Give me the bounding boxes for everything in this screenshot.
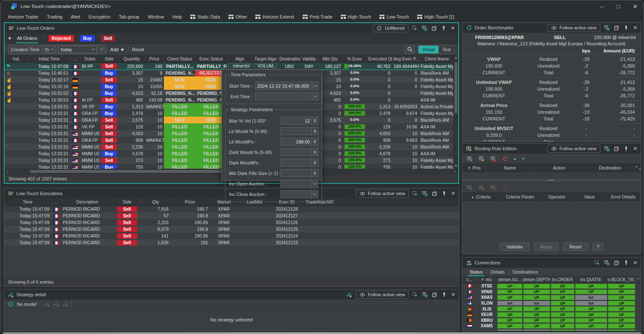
text-toggle[interactable]: Text xyxy=(439,46,454,53)
pin-icon[interactable] xyxy=(623,260,629,266)
execution-row[interactable]: Today 15:47:09PERNOD RICARDSell2,316190.… xyxy=(4,219,459,226)
connection-row[interactable]: XPARUPUPUPUPUP xyxy=(462,289,641,295)
menu-item[interactable]: Help xyxy=(168,13,186,20)
strategy-play-icon[interactable] xyxy=(53,301,59,307)
column-header[interactable]: Side xyxy=(99,55,119,63)
view-settings-icon[interactable] xyxy=(422,292,428,297)
select-view-icon[interactable] xyxy=(595,260,600,266)
tab-sell[interactable]: Sell xyxy=(100,33,116,43)
connections-tab-status[interactable]: Status xyxy=(466,268,486,276)
spinner-icon[interactable] xyxy=(312,138,318,146)
execution-row[interactable]: Today 15:47:09PERNOD RICARDSell57190.8XP… xyxy=(4,212,459,219)
duplicate-view-icon[interactable] xyxy=(614,25,620,31)
move-up-icon[interactable]: ▲ xyxy=(513,157,517,161)
menu-module-item[interactable]: Static Data xyxy=(186,13,224,20)
close-button[interactable]: ✕ xyxy=(627,0,644,12)
column-header[interactable]: Time xyxy=(4,198,51,206)
duplicate-view-icon[interactable] xyxy=(614,146,620,151)
view-settings-icon[interactable] xyxy=(604,146,610,151)
rules-column-header[interactable]: Destination xyxy=(584,164,636,172)
duplicate-view-icon[interactable] xyxy=(431,25,437,31)
apply-button[interactable]: Apply xyxy=(534,243,559,251)
param-input[interactable] xyxy=(280,180,312,188)
follow-active-view-button[interactable]: Follow active view xyxy=(356,291,409,299)
column-header[interactable]: Validity xyxy=(301,55,317,63)
order-row[interactable]: ⚑Today 15:47:08RI FPSell220,900190PARTIA… xyxy=(5,63,455,70)
criteria-column-header[interactable]: Criteria Param xyxy=(499,193,541,201)
move-down-icon[interactable]: ▼ xyxy=(522,157,525,161)
rules-scroll-arrows[interactable]: ⌃⌄ xyxy=(636,164,641,172)
select-view-icon[interactable] xyxy=(412,25,418,31)
select-view-icon[interactable] xyxy=(413,292,418,297)
follow-active-view-button[interactable]: Follow active view xyxy=(547,24,600,32)
rules-table-body[interactable] xyxy=(462,172,641,178)
column-header[interactable]: Ind. xyxy=(5,55,28,63)
follow-active-view-button[interactable]: Follow active view xyxy=(356,190,409,198)
duplicate-view-icon[interactable] xyxy=(432,190,438,196)
column-header[interactable]: Mkt Qty xyxy=(317,55,343,63)
maximize-button[interactable]: □ xyxy=(610,0,627,12)
splitter-handle[interactable]: ••• xyxy=(462,178,641,183)
connection-row[interactable]: XNASUPUPUPNAUP xyxy=(462,295,641,300)
connection-row[interactable]: NANAUPNAUP xyxy=(462,329,641,331)
menu-module-item[interactable]: Post-Trade xyxy=(299,13,337,20)
add-rule-icon[interactable] xyxy=(466,156,473,162)
connection-row[interactable]: XTSEUPUPUPUPUP xyxy=(462,283,641,289)
connections-column-header[interactable]: stream.DEPTH xyxy=(523,277,551,283)
spinner-icon[interactable] xyxy=(312,169,318,177)
connections-column-header[interactable]: trx.ORDER xyxy=(551,277,575,283)
edit-criteria-icon[interactable] xyxy=(478,185,485,190)
add-filter-button[interactable]: Add+ xyxy=(110,46,124,53)
visual-toggle[interactable]: Visual xyxy=(418,46,439,53)
dropdown-icon[interactable] xyxy=(312,180,318,188)
tab-rejected[interactable]: Rejected xyxy=(48,33,75,43)
filter-value-select[interactable]: today xyxy=(58,46,97,53)
strategy-remove-icon[interactable] xyxy=(44,301,49,307)
menu-item[interactable]: Window xyxy=(143,13,168,20)
connections-column-header[interactable]: trx.BLOCK_TR... xyxy=(608,277,636,283)
param-input[interactable] xyxy=(280,159,312,167)
column-header[interactable]: Client Status xyxy=(164,55,195,63)
execution-row[interactable]: Today 15:47:09PERNOD RICARDSell141190.95… xyxy=(4,232,459,239)
column-header[interactable]: Price xyxy=(170,198,210,206)
pin-icon[interactable] xyxy=(441,190,447,196)
column-header[interactable]: Exec Status xyxy=(195,55,227,63)
close-panel-icon[interactable]: ✕ xyxy=(633,25,637,31)
pin-icon[interactable] xyxy=(623,25,629,31)
filter-remove-icon[interactable]: ✕ xyxy=(100,47,104,52)
column-header[interactable]: Quantity xyxy=(119,55,145,63)
menu-item[interactable]: Trading xyxy=(43,13,67,20)
close-panel-icon[interactable]: ✕ xyxy=(451,25,455,31)
spinner-icon[interactable] xyxy=(312,117,318,125)
add-tab-icon[interactable]: + xyxy=(8,35,11,42)
close-panel-icon[interactable]: ✕ xyxy=(633,260,637,266)
connections-column-header[interactable]: ▼mic xyxy=(477,277,497,283)
column-header[interactable]: Target Algo xyxy=(253,55,278,63)
connections-tab-destinations[interactable]: Destinations xyxy=(509,268,542,276)
unfiltered-button[interactable]: Unfiltered xyxy=(373,24,408,32)
column-header[interactable]: Client Name xyxy=(419,55,455,63)
connections-column-header[interactable]: stream.SU... xyxy=(497,277,523,283)
validate-button[interactable]: Validate xyxy=(500,243,530,251)
tab-buy[interactable]: Buy xyxy=(79,33,96,43)
connection-row[interactable]: XEURUPUPUPUPUP xyxy=(462,312,641,318)
end-time-dropdown-icon[interactable] xyxy=(312,92,319,100)
spinner-icon[interactable] xyxy=(312,148,318,156)
view-settings-icon[interactable] xyxy=(604,260,610,266)
param-input[interactable] xyxy=(280,190,312,198)
spinner-icon[interactable] xyxy=(312,127,318,135)
menu-module-item[interactable]: Low-Touch xyxy=(375,13,413,20)
undo-criteria-icon[interactable] xyxy=(501,185,508,190)
connection-row[interactable]: XBRUUPUPUPUPUP xyxy=(462,318,641,324)
filter-chip-creation-time[interactable]: Creation Time IS today ✕ xyxy=(8,45,106,54)
criteria-column-header[interactable]: Value xyxy=(573,193,606,201)
pin-icon[interactable] xyxy=(623,146,629,151)
connection-row[interactable]: XAMSUPUPUPUPUP xyxy=(462,323,641,329)
filter-operator-select[interactable]: IS xyxy=(42,46,55,53)
connection-row[interactable]: XLISUPUPUPUPUP xyxy=(462,306,641,312)
duplicate-view-icon[interactable] xyxy=(614,260,620,266)
column-header[interactable]: Side xyxy=(113,198,141,206)
view-settings-icon[interactable] xyxy=(422,190,428,196)
column-header[interactable]: Price xyxy=(145,55,164,63)
column-header[interactable]: Algo xyxy=(227,55,253,63)
